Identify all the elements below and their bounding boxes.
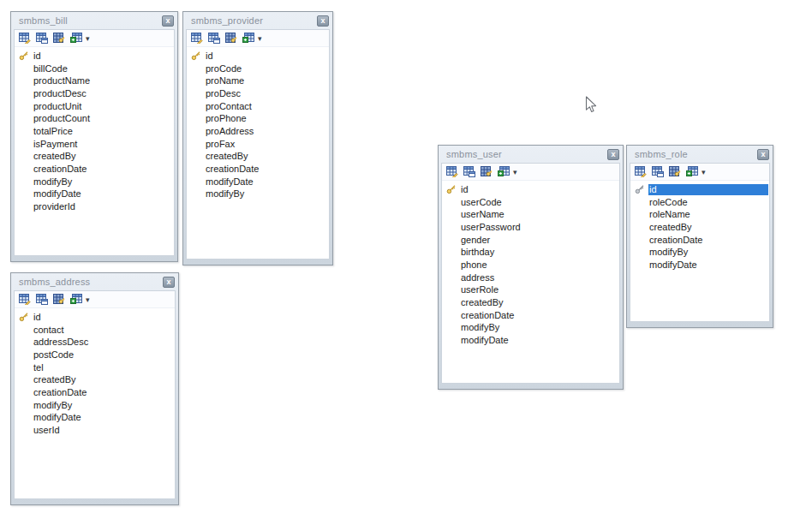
table-window-titlebar[interactable]: smbms_address x <box>11 273 178 290</box>
field-row[interactable]: proAddress <box>187 125 329 138</box>
manage-indexes-icon[interactable] <box>668 166 681 178</box>
field-row[interactable]: creationDate <box>187 163 329 176</box>
field-row[interactable]: createdBy <box>15 373 175 386</box>
field-row[interactable]: createdBy <box>442 296 619 309</box>
edit-table-icon[interactable] <box>18 33 31 45</box>
table-window-titlebar[interactable]: smbms_role x <box>627 146 773 163</box>
close-icon[interactable]: x <box>162 15 174 27</box>
field-name: productDesc <box>33 88 87 99</box>
field-row[interactable]: proCode <box>187 63 329 75</box>
field-row[interactable]: createdBy <box>15 151 174 164</box>
field-row[interactable]: totalPrice <box>15 125 174 138</box>
field-row[interactable]: productUnit <box>15 100 174 113</box>
field-row[interactable]: userRole <box>442 284 619 297</box>
manage-indexes-icon[interactable] <box>480 166 493 178</box>
manage-indexes-icon[interactable] <box>224 33 237 45</box>
table-window-smbms_user[interactable]: smbms_user x <box>438 145 624 390</box>
field-row[interactable]: roleName <box>630 208 769 221</box>
close-icon[interactable]: x <box>317 15 329 27</box>
toolbar-dropdown-caret[interactable]: ▾ <box>86 295 90 305</box>
table-window-body: ▾ id <box>14 290 176 499</box>
edit-table-icon[interactable] <box>445 166 458 178</box>
field-row[interactable]: gender <box>442 234 619 247</box>
field-row[interactable]: birthday <box>442 246 619 259</box>
edit-table-icon[interactable] <box>634 166 647 178</box>
field-row[interactable]: productCount <box>15 112 174 125</box>
manage-columns-icon[interactable] <box>35 33 48 45</box>
field-row[interactable]: modifyBy <box>15 399 175 412</box>
field-row[interactable]: userCode <box>442 196 619 209</box>
edit-table-icon[interactable] <box>190 33 203 45</box>
toolbar-dropdown-caret[interactable]: ▾ <box>258 33 262 44</box>
field-row[interactable]: creationDate <box>15 163 174 176</box>
table-window-titlebar[interactable]: smbms_user x <box>439 146 623 163</box>
field-row[interactable]: modifyDate <box>15 188 174 201</box>
close-icon[interactable]: x <box>607 149 619 160</box>
field-row[interactable]: userId <box>15 424 175 437</box>
field-row[interactable]: id <box>630 183 769 196</box>
table-window-titlebar[interactable]: smbms_bill x <box>11 12 177 29</box>
manage-columns-icon[interactable] <box>651 166 664 178</box>
insert-field-icon[interactable] <box>242 33 254 45</box>
field-row[interactable]: proPhone <box>187 112 329 125</box>
field-row[interactable]: modifyDate <box>15 412 175 425</box>
field-row[interactable]: modifyBy <box>630 246 769 259</box>
field-row[interactable]: postCode <box>15 349 175 361</box>
field-row[interactable]: modifyDate <box>630 259 769 271</box>
field-row[interactable]: modifyBy <box>187 188 329 201</box>
field-row[interactable]: proContact <box>187 100 329 113</box>
field-row[interactable]: addressDesc <box>15 336 175 349</box>
manage-indexes-icon[interactable] <box>52 33 65 45</box>
table-title: smbms_provider <box>191 15 317 26</box>
insert-field-icon[interactable] <box>69 33 82 45</box>
field-row[interactable]: proName <box>187 75 329 87</box>
field-row[interactable]: userName <box>442 208 619 221</box>
field-row[interactable]: billCode <box>15 63 174 75</box>
field-row[interactable]: contact <box>15 324 175 337</box>
insert-field-icon[interactable] <box>685 166 698 178</box>
field-row[interactable]: creationDate <box>630 234 769 247</box>
table-window-titlebar[interactable]: smbms_provider x <box>183 12 332 29</box>
manage-columns-icon[interactable] <box>463 166 475 178</box>
field-row[interactable]: modifyDate <box>187 176 329 188</box>
field-row[interactable]: createdBy <box>630 221 769 234</box>
table-window-smbms_address[interactable]: smbms_address x <box>10 272 179 505</box>
field-row[interactable]: proDesc <box>187 87 329 100</box>
field-row[interactable]: creationDate <box>15 386 175 399</box>
field-row[interactable]: address <box>442 271 619 284</box>
edit-table-icon[interactable] <box>18 294 31 306</box>
manage-columns-icon[interactable] <box>35 294 48 306</box>
close-icon[interactable]: x <box>757 149 769 160</box>
field-row[interactable]: createdBy <box>187 151 329 164</box>
field-row[interactable]: modifyBy <box>442 322 619 335</box>
field-row[interactable]: proFax <box>187 138 329 151</box>
field-row[interactable]: phone <box>442 259 619 271</box>
field-row[interactable]: userPassword <box>442 221 619 234</box>
field-row[interactable]: tel <box>15 361 175 374</box>
toolbar-dropdown-caret[interactable]: ▾ <box>702 167 706 177</box>
insert-field-icon[interactable] <box>69 294 82 306</box>
field-row[interactable]: creationDate <box>442 309 619 322</box>
table-window-smbms_bill[interactable]: smbms_bill x <box>10 11 178 262</box>
toolbar-dropdown-caret[interactable]: ▾ <box>513 167 517 177</box>
field-row[interactable]: isPayment <box>15 138 174 151</box>
field-row[interactable]: modifyDate <box>442 334 619 347</box>
field-row[interactable]: id <box>15 50 174 63</box>
field-row[interactable]: productName <box>15 75 174 87</box>
diagram-canvas[interactable]: smbms_bill x <box>0 0 812 519</box>
field-row[interactable]: productDesc <box>15 87 174 100</box>
field-row[interactable]: id <box>187 50 329 63</box>
table-window-smbms_role[interactable]: smbms_role x <box>626 145 773 328</box>
insert-field-icon[interactable] <box>497 166 510 178</box>
field-list: id billCode <box>15 47 174 255</box>
table-window-smbms_provider[interactable]: smbms_provider x <box>182 11 333 265</box>
field-row[interactable]: id <box>442 183 619 196</box>
manage-indexes-icon[interactable] <box>52 294 65 306</box>
field-row[interactable]: modifyBy <box>15 176 174 188</box>
manage-columns-icon[interactable] <box>207 33 220 45</box>
toolbar-dropdown-caret[interactable]: ▾ <box>86 33 90 44</box>
field-row[interactable]: roleCode <box>630 196 769 209</box>
field-row[interactable]: id <box>15 311 175 324</box>
close-icon[interactable]: x <box>163 277 175 288</box>
field-row[interactable]: providerId <box>15 200 174 213</box>
